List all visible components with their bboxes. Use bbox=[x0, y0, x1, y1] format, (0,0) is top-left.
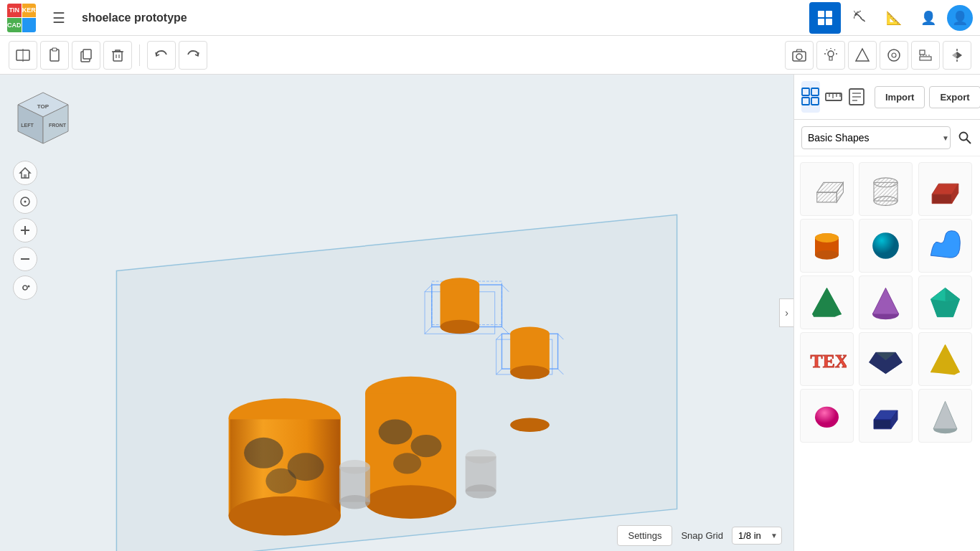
shape-item-pink-heart[interactable] bbox=[800, 389, 854, 443]
grid-view-button[interactable] bbox=[809, 2, 841, 34]
shape-item-blue-cube[interactable] bbox=[859, 389, 913, 443]
ruler-tab-button[interactable] bbox=[824, 81, 843, 113]
svg-rect-91 bbox=[811, 98, 819, 105]
svg-point-110 bbox=[874, 197, 897, 206]
light-button[interactable] bbox=[816, 41, 845, 70]
grid-panel-icon bbox=[801, 88, 820, 106]
svg-rect-90 bbox=[802, 98, 809, 105]
shape-item-text-red[interactable]: TEXT bbox=[800, 332, 854, 386]
svg-marker-134 bbox=[874, 420, 891, 429]
svg-point-58 bbox=[365, 485, 456, 519]
search-icon bbox=[958, 131, 972, 145]
panel-collapse-button[interactable]: › bbox=[779, 298, 793, 327]
gray-cone-icon bbox=[925, 396, 965, 435]
shape-item-cylinder[interactable] bbox=[800, 219, 854, 273]
svg-point-14 bbox=[796, 54, 802, 60]
add-user-button[interactable]: 👤 bbox=[913, 2, 944, 34]
shapes-selector: Basic Shapes Letters Numbers Symbols Fea… bbox=[794, 120, 980, 156]
shape-item-box[interactable] bbox=[918, 162, 972, 216]
svg-marker-29 bbox=[957, 52, 962, 59]
tinkercad-logo[interactable]: TIN KER CAD bbox=[7, 4, 36, 32]
text-red-icon: TEXT bbox=[807, 339, 847, 379]
shapes-dropdown[interactable]: Basic Shapes Letters Numbers Symbols Fea… bbox=[801, 126, 951, 149]
svg-point-117 bbox=[815, 233, 839, 242]
delete-icon bbox=[110, 47, 126, 63]
snap-grid-select[interactable]: 1/16 in 1/8 in 1/4 in 1/2 in 1 in bbox=[732, 527, 782, 545]
group-button[interactable] bbox=[880, 41, 908, 70]
shape-item-dark-gem[interactable] bbox=[859, 332, 913, 386]
shapes-search-button[interactable] bbox=[958, 126, 973, 150]
ruler-panel-icon bbox=[824, 88, 843, 106]
delete-button[interactable] bbox=[103, 41, 132, 70]
svg-point-59 bbox=[379, 419, 413, 444]
svg-point-116 bbox=[815, 250, 839, 260]
svg-rect-25 bbox=[920, 57, 931, 60]
svg-rect-9 bbox=[83, 50, 91, 59]
shape-item-green-pyramid[interactable] bbox=[800, 276, 854, 329]
svg-marker-120 bbox=[812, 288, 841, 316]
top-bar: TIN KER CAD ☰ shoelace prototype ⛏ 📐 👤 👤 bbox=[0, 0, 980, 36]
svg-point-22 bbox=[888, 50, 900, 61]
svg-point-64 bbox=[339, 495, 370, 509]
svg-rect-24 bbox=[920, 50, 925, 55]
shape-item-text-3d[interactable] bbox=[918, 219, 972, 273]
svg-rect-89 bbox=[811, 88, 819, 95]
mirror-button[interactable] bbox=[943, 41, 971, 70]
pickaxe-button[interactable]: ⛏ bbox=[844, 2, 875, 34]
cylinder-hole-icon bbox=[866, 169, 905, 209]
toolbar-separator-1 bbox=[139, 44, 140, 66]
svg-marker-124 bbox=[945, 288, 959, 301]
undo-button[interactable] bbox=[147, 41, 176, 70]
shape-item-sphere[interactable] bbox=[859, 219, 913, 273]
shape-item-gray-cone[interactable] bbox=[918, 389, 972, 443]
light-icon bbox=[823, 47, 839, 63]
header-right: ⛏ 📐 👤 👤 bbox=[809, 2, 973, 34]
shape-item-purple-cone[interactable] bbox=[859, 276, 913, 329]
logo-cell-dot bbox=[22, 18, 37, 32]
notes-tab-button[interactable] bbox=[847, 81, 866, 113]
grid-tab-button[interactable] bbox=[801, 81, 820, 113]
copy-button[interactable] bbox=[72, 41, 100, 70]
teal-gem-icon bbox=[925, 283, 965, 322]
shape-item-cylinder-hole[interactable] bbox=[859, 162, 913, 216]
toolbar-center bbox=[785, 41, 971, 70]
new-workplane-button[interactable] bbox=[9, 41, 37, 70]
clipboard-button[interactable] bbox=[40, 41, 69, 70]
3d-viewport[interactable]: TOP LEFT FRONT bbox=[0, 75, 793, 551]
shape-item-box-hole[interactable] bbox=[800, 162, 854, 216]
svg-marker-105 bbox=[817, 192, 837, 202]
svg-point-60 bbox=[411, 435, 442, 457]
svg-rect-1 bbox=[826, 11, 832, 17]
import-button[interactable]: Import bbox=[875, 86, 925, 108]
shape-item-teal-gem[interactable] bbox=[918, 276, 972, 329]
camera-button[interactable] bbox=[785, 41, 814, 70]
settings-button[interactable]: Settings bbox=[617, 525, 672, 546]
sphere-icon bbox=[866, 226, 905, 265]
svg-line-20 bbox=[826, 50, 827, 50]
svg-point-132 bbox=[815, 407, 839, 428]
shape-button[interactable] bbox=[848, 41, 877, 70]
svg-line-102 bbox=[966, 139, 971, 143]
project-title: shoelace prototype bbox=[82, 11, 438, 24]
logo-cell-ker: KER bbox=[22, 4, 37, 18]
text-3d-icon bbox=[925, 226, 965, 265]
align-button[interactable] bbox=[911, 41, 940, 70]
logo-cell-cad: CAD bbox=[7, 18, 22, 32]
svg-rect-88 bbox=[802, 88, 809, 95]
clipboard-icon bbox=[47, 47, 62, 63]
svg-point-61 bbox=[393, 453, 421, 474]
list-view-button[interactable]: ☰ bbox=[43, 2, 75, 34]
svg-rect-0 bbox=[818, 11, 824, 17]
svg-point-15 bbox=[828, 51, 834, 57]
green-pyramid-icon bbox=[807, 283, 847, 322]
avatar-button[interactable]: 👤 bbox=[947, 5, 973, 31]
svg-point-101 bbox=[960, 133, 968, 141]
svg-marker-125 bbox=[930, 299, 959, 317]
camera-icon bbox=[791, 47, 807, 63]
redo-button[interactable] bbox=[179, 41, 207, 70]
pink-heart-icon bbox=[807, 396, 847, 435]
shape-item-yellow-pyramid[interactable] bbox=[918, 332, 972, 386]
export-button[interactable]: Export bbox=[929, 86, 980, 108]
yellow-pyramid-icon bbox=[925, 339, 965, 379]
measure-button[interactable]: 📐 bbox=[878, 2, 910, 34]
